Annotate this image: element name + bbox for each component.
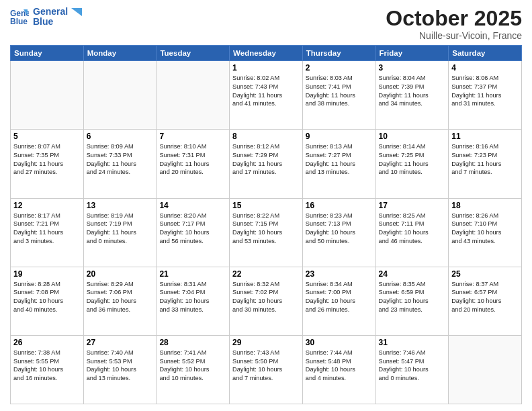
day-number: 19	[13, 269, 81, 279]
day-info: Sunrise: 8:16 AM Sunset: 7:23 PM Dayligh…	[451, 142, 519, 177]
day-number: 10	[379, 132, 446, 141]
day-number: 23	[306, 269, 373, 279]
day-info: Sunrise: 8:35 AM Sunset: 6:59 PM Dayligh…	[379, 280, 446, 314]
day-number: 9	[306, 132, 373, 141]
day-info: Sunrise: 8:10 AM Sunset: 7:31 PM Dayligh…	[159, 142, 226, 177]
table-row: 29Sunrise: 7:43 AM Sunset: 5:50 PM Dayli…	[230, 335, 303, 404]
day-number: 3	[379, 63, 446, 73]
day-info: Sunrise: 8:19 AM Sunset: 7:19 PM Dayligh…	[87, 212, 154, 246]
table-row: 9Sunrise: 8:13 AM Sunset: 7:27 PM Daylig…	[302, 130, 375, 198]
calendar-week-row: 12Sunrise: 8:17 AM Sunset: 7:21 PM Dayli…	[11, 198, 522, 267]
location: Nuille-sur-Vicoin, France	[386, 30, 522, 41]
table-row	[83, 61, 157, 130]
day-number: 28	[159, 338, 226, 347]
table-row: 25Sunrise: 8:37 AM Sunset: 6:57 PM Dayli…	[449, 267, 522, 335]
day-number: 27	[87, 338, 154, 347]
day-number: 29	[232, 338, 300, 347]
table-row: 10Sunrise: 8:14 AM Sunset: 7:25 PM Dayli…	[375, 130, 449, 198]
title-area: October 2025 Nuille-sur-Vicoin, France	[386, 7, 522, 41]
logo: General Blue General Blue	[10, 7, 82, 28]
logo-icon: General Blue	[10, 7, 29, 26]
table-row: 8Sunrise: 8:12 AM Sunset: 7:29 PM Daylig…	[230, 130, 303, 198]
logo-flag-icon	[71, 8, 82, 16]
table-row: 3Sunrise: 8:04 AM Sunset: 7:39 PM Daylig…	[375, 61, 449, 130]
day-info: Sunrise: 8:03 AM Sunset: 7:41 PM Dayligh…	[306, 74, 373, 108]
calendar-week-row: 26Sunrise: 7:38 AM Sunset: 5:55 PM Dayli…	[11, 335, 522, 404]
day-number: 8	[232, 132, 300, 141]
table-row: 23Sunrise: 8:34 AM Sunset: 7:00 PM Dayli…	[302, 267, 375, 335]
day-number: 14	[159, 201, 226, 210]
day-info: Sunrise: 7:40 AM Sunset: 5:53 PM Dayligh…	[87, 349, 154, 383]
table-row: 21Sunrise: 8:31 AM Sunset: 7:04 PM Dayli…	[157, 267, 230, 335]
day-info: Sunrise: 8:32 AM Sunset: 7:02 PM Dayligh…	[232, 280, 300, 314]
table-row: 31Sunrise: 7:46 AM Sunset: 5:47 PM Dayli…	[375, 335, 449, 404]
day-info: Sunrise: 7:43 AM Sunset: 5:50 PM Dayligh…	[232, 349, 300, 383]
col-sunday: Sunday	[11, 46, 84, 61]
table-row: 28Sunrise: 7:41 AM Sunset: 5:52 PM Dayli…	[157, 335, 230, 404]
day-info: Sunrise: 8:25 AM Sunset: 7:11 PM Dayligh…	[379, 212, 446, 246]
calendar-week-row: 19Sunrise: 8:28 AM Sunset: 7:08 PM Dayli…	[11, 267, 522, 335]
day-info: Sunrise: 7:44 AM Sunset: 5:48 PM Dayligh…	[306, 349, 373, 383]
day-info: Sunrise: 8:26 AM Sunset: 7:10 PM Dayligh…	[451, 212, 519, 246]
day-number: 2	[306, 63, 373, 73]
day-info: Sunrise: 8:31 AM Sunset: 7:04 PM Dayligh…	[159, 280, 226, 314]
col-wednesday: Wednesday	[230, 46, 303, 61]
table-row: 13Sunrise: 8:19 AM Sunset: 7:19 PM Dayli…	[83, 198, 157, 267]
table-row: 24Sunrise: 8:35 AM Sunset: 6:59 PM Dayli…	[375, 267, 449, 335]
day-info: Sunrise: 8:12 AM Sunset: 7:29 PM Dayligh…	[232, 142, 300, 177]
day-number: 4	[451, 63, 519, 73]
calendar-header-row: Sunday Monday Tuesday Wednesday Thursday…	[11, 46, 522, 61]
day-number: 25	[451, 269, 519, 279]
table-row: 14Sunrise: 8:20 AM Sunset: 7:17 PM Dayli…	[157, 198, 230, 267]
month-title: October 2025	[386, 7, 522, 30]
day-info: Sunrise: 7:38 AM Sunset: 5:55 PM Dayligh…	[13, 349, 81, 383]
table-row: 27Sunrise: 7:40 AM Sunset: 5:53 PM Dayli…	[83, 335, 157, 404]
table-row: 5Sunrise: 8:07 AM Sunset: 7:35 PM Daylig…	[11, 130, 84, 198]
day-number: 5	[13, 132, 81, 141]
day-number: 21	[159, 269, 226, 279]
day-number: 18	[451, 201, 519, 210]
day-number: 11	[451, 132, 519, 141]
col-friday: Friday	[375, 46, 449, 61]
table-row: 12Sunrise: 8:17 AM Sunset: 7:21 PM Dayli…	[11, 198, 84, 267]
table-row: 30Sunrise: 7:44 AM Sunset: 5:48 PM Dayli…	[302, 335, 375, 404]
table-row: 6Sunrise: 8:09 AM Sunset: 7:33 PM Daylig…	[83, 130, 157, 198]
logo-line1: General	[33, 7, 82, 17]
table-row: 1Sunrise: 8:02 AM Sunset: 7:43 PM Daylig…	[230, 61, 303, 130]
table-row	[157, 61, 230, 130]
day-info: Sunrise: 8:34 AM Sunset: 7:00 PM Dayligh…	[306, 280, 373, 314]
day-number: 20	[87, 269, 154, 279]
table-row	[11, 61, 84, 130]
day-info: Sunrise: 8:14 AM Sunset: 7:25 PM Dayligh…	[379, 142, 446, 177]
day-number: 24	[379, 269, 446, 279]
calendar-week-row: 5Sunrise: 8:07 AM Sunset: 7:35 PM Daylig…	[11, 130, 522, 198]
col-saturday: Saturday	[449, 46, 522, 61]
day-number: 16	[306, 201, 373, 210]
day-number: 6	[87, 132, 154, 141]
day-number: 1	[232, 63, 300, 73]
table-row: 2Sunrise: 8:03 AM Sunset: 7:41 PM Daylig…	[302, 61, 375, 130]
logo-line2: Blue	[33, 17, 82, 27]
table-row: 19Sunrise: 8:28 AM Sunset: 7:08 PM Dayli…	[11, 267, 84, 335]
table-row: 26Sunrise: 7:38 AM Sunset: 5:55 PM Dayli…	[11, 335, 84, 404]
calendar-table: Sunday Monday Tuesday Wednesday Thursday…	[10, 45, 522, 404]
day-info: Sunrise: 8:04 AM Sunset: 7:39 PM Dayligh…	[379, 74, 446, 108]
day-info: Sunrise: 8:17 AM Sunset: 7:21 PM Dayligh…	[13, 212, 81, 246]
day-number: 12	[13, 201, 81, 210]
header: General Blue General Blue October 2025 N…	[10, 7, 522, 41]
table-row: 22Sunrise: 8:32 AM Sunset: 7:02 PM Dayli…	[230, 267, 303, 335]
day-info: Sunrise: 8:22 AM Sunset: 7:15 PM Dayligh…	[232, 212, 300, 246]
table-row: 11Sunrise: 8:16 AM Sunset: 7:23 PM Dayli…	[449, 130, 522, 198]
table-row: 18Sunrise: 8:26 AM Sunset: 7:10 PM Dayli…	[449, 198, 522, 267]
day-number: 22	[232, 269, 300, 279]
calendar-week-row: 1Sunrise: 8:02 AM Sunset: 7:43 PM Daylig…	[11, 61, 522, 130]
table-row: 20Sunrise: 8:29 AM Sunset: 7:06 PM Dayli…	[83, 267, 157, 335]
col-monday: Monday	[83, 46, 157, 61]
day-number: 31	[379, 338, 446, 347]
day-info: Sunrise: 8:06 AM Sunset: 7:37 PM Dayligh…	[451, 74, 519, 108]
col-thursday: Thursday	[302, 46, 375, 61]
table-row: 4Sunrise: 8:06 AM Sunset: 7:37 PM Daylig…	[449, 61, 522, 130]
day-info: Sunrise: 8:23 AM Sunset: 7:13 PM Dayligh…	[306, 212, 373, 246]
day-number: 17	[379, 201, 446, 210]
day-number: 30	[306, 338, 373, 347]
